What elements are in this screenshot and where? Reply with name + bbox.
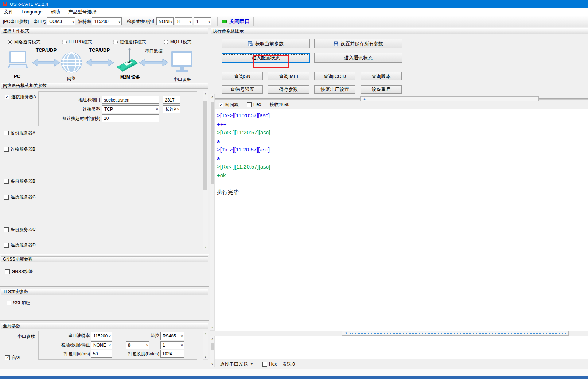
link-arrow-icon [139,59,168,66]
server-a-label: 连接服务器A [11,94,36,100]
log-scrollbar[interactable]: ∧ ∨ [210,94,215,331]
net-params-scrollbar[interactable]: ∧ ∨ [203,91,208,250]
global-baud-label: 串口波特率 [58,332,90,340]
log-line: 执行完毕 [217,188,588,197]
log-hex-checkbox[interactable] [247,102,252,107]
save-all-params-button[interactable]: 设置并保存所有参数 [314,39,402,48]
close-port-button[interactable]: 关闭串口 [229,18,250,25]
scroll-down-icon[interactable]: ∨ [203,354,208,359]
com-port-select[interactable]: COM3∨ [47,17,75,25]
scroll-up-icon[interactable]: ∧ [203,331,208,336]
enter-comm-button[interactable]: 进入通讯状态 [314,53,402,63]
scrollbar-thumb[interactable] [211,343,214,350]
scroll-down-icon[interactable]: ∨ [203,245,208,250]
server-b-row: 连接服务器B [4,146,35,153]
server-a-checkbox[interactable] [5,95,9,99]
query-signal-button[interactable]: 查信号强度 [222,85,263,94]
timestamp-checkbox[interactable] [219,103,223,107]
global-stop-bits-select[interactable]: 1∨ [160,341,184,349]
net-params-header: 网络透传模式相关参数 [1,83,208,89]
get-params-button[interactable]: 获取当前参数 [222,39,310,48]
server-d-checkbox[interactable] [4,243,9,248]
flow-label: 流控 [144,332,159,340]
send-scrollbar[interactable]: ∧ ∨ [210,336,215,367]
scroll-down-icon[interactable]: ∨ [210,361,214,367]
send-input[interactable] [215,336,588,359]
global-params-header: 全局参数 [1,323,208,329]
mode-radio-mqtt[interactable]: MQTT模式 [164,39,191,45]
backup-server-c-checkbox[interactable] [4,227,9,232]
global-params-scrollbar[interactable]: ∧ ∨ [203,331,208,360]
menu-help[interactable]: 帮助 [47,8,64,16]
menu-file[interactable]: 文件 [0,8,17,16]
mode-radio-sms[interactable]: 短信透传模式 [113,39,146,45]
pack-time-input[interactable]: 50 [91,350,112,358]
chevron-down-icon: ∨ [118,20,121,23]
send-hex-checkbox[interactable] [262,362,267,367]
mode-radio-network[interactable]: 网络透传模式 [8,39,40,45]
app-logo-icon [3,2,8,6]
keepalive-select[interactable]: 长连接∨ [163,105,180,113]
address-input[interactable]: socket.usr.cn [102,96,159,104]
parity-select[interactable]: NONE∨ [156,17,174,25]
send-splitter-handle[interactable]: ▼ [342,331,569,336]
scrollbar-thumb[interactable] [203,101,207,190]
port-input[interactable]: 2317 [163,96,180,104]
global-data-bits-select[interactable]: 8∨ [126,341,149,349]
collapse-down-icon[interactable]: ▼ [345,332,348,335]
chevron-down-icon: ∨ [108,335,111,338]
factory-reset-button[interactable]: 恢复出厂设置 [314,85,355,94]
conn-type-select[interactable]: TCP∨ [102,105,159,113]
backup-server-b-checkbox[interactable] [4,179,9,184]
serial-group-label: 串口参数 [14,333,35,340]
query-imei-button[interactable]: 查询IMEI [268,72,309,80]
menu-product-model[interactable]: 产品型号选择 [64,8,101,16]
scrollbar-thumb[interactable] [211,102,214,184]
stop-bits-select[interactable]: 1∨ [194,17,211,25]
log-output[interactable]: >[Tx->][11:20:57][asc] +++ >[Rx<-][11:20… [215,109,588,331]
save-params-button[interactable]: 保存参数 [268,85,309,94]
app-window: USR-CAT1 V1.2.4 文件 Language 帮助 产品型号选择 [P… [0,0,588,379]
radio-icon[interactable] [164,40,168,44]
query-version-button[interactable]: 查询版本 [361,72,402,80]
advanced-checkbox[interactable] [5,355,10,360]
scroll-up-icon[interactable]: ∧ [210,336,214,342]
query-iccid-button[interactable]: 查询ICCID [314,72,355,80]
flow-control-select[interactable]: RS485∨ [160,332,184,340]
menu-language[interactable]: Language [17,8,47,16]
device-restart-button[interactable]: 设备重启 [361,85,402,94]
data-bits-select[interactable]: 8∨ [175,17,192,25]
pack-length-label: 打包长度(Bytes) [120,350,159,358]
log-hex-row: Hex [247,102,261,107]
net-label: 网络 [67,76,76,82]
radio-icon[interactable] [62,40,67,44]
server-c-checkbox[interactable] [4,195,9,200]
collapse-up-icon[interactable]: ▲ [363,98,366,100]
scroll-up-icon[interactable]: ∧ [210,94,214,100]
backup-server-a-checkbox[interactable] [4,131,9,135]
serial-device-label: 串口设备 [174,76,191,83]
serial-baud-select[interactable]: 115200∨ [91,332,112,340]
pack-time-label: 打包时间(ms) [58,350,90,358]
global-parity-select[interactable]: NONE∨ [91,341,112,349]
server-b-checkbox[interactable] [4,147,9,152]
scroll-up-icon[interactable]: ∧ [203,91,208,97]
chevron-down-icon: ∨ [108,344,111,347]
pack-length-input[interactable]: 1024 [160,350,184,358]
radio-icon[interactable] [8,40,12,44]
log-splitter-handle[interactable]: ▲ [360,96,539,101]
scroll-down-icon[interactable]: ∨ [210,325,214,330]
radio-icon[interactable] [113,40,118,44]
mode-radio-httpd[interactable]: HTTPD模式 [62,39,92,45]
log-line: +ok [217,171,588,180]
log-line: >[Rx<-][11:20:57][asc] [217,128,588,137]
menubar: 文件 Language 帮助 产品型号选择 [0,8,588,16]
baud-rate-select[interactable]: 115200∨ [92,17,122,25]
send-via-serial-dropdown[interactable]: 通过串口发送 ▼ [220,361,253,367]
gnss-enable-checkbox[interactable] [5,269,10,274]
enter-config-button[interactable]: 进入配置状态 [222,53,310,63]
query-sn-button[interactable]: 查询SN [222,72,263,80]
ssl-checkbox[interactable] [7,301,11,305]
chevron-down-icon: ∨ [72,20,75,23]
timeout-input[interactable]: 10 [102,114,159,122]
